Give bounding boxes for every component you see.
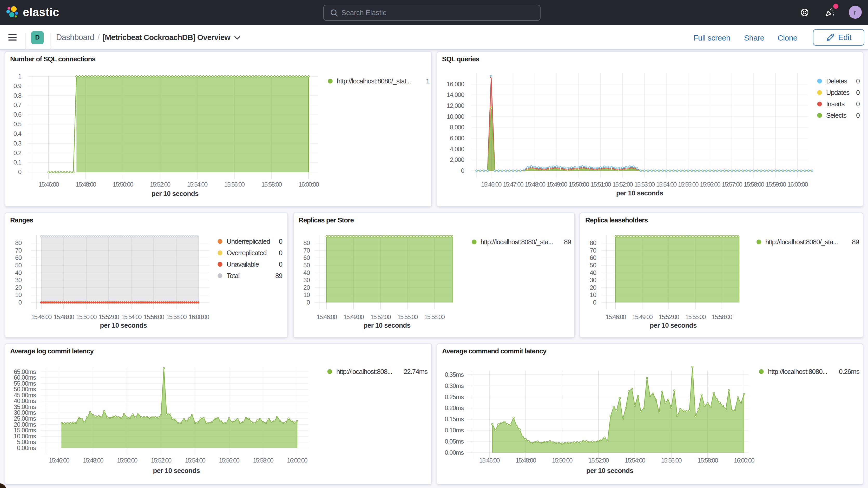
svg-text:0.25ms: 0.25ms [444, 393, 464, 400]
svg-text:15:46:00: 15:46:00 [49, 457, 69, 464]
svg-text:15:48:00: 15:48:00 [515, 457, 536, 464]
svg-text:0.8: 0.8 [13, 92, 21, 99]
svg-text:20: 20 [590, 284, 596, 291]
svg-text:15:56:00: 15:56:00 [219, 457, 239, 464]
svg-text:per 10 seconds: per 10 seconds [151, 190, 198, 197]
svg-text:0.00ms: 0.00ms [444, 449, 464, 456]
svg-text:15:52:00: 15:52:00 [659, 313, 679, 321]
svg-text:15:58:00: 15:58:00 [697, 457, 718, 464]
svg-text:0.1: 0.1 [13, 159, 21, 166]
svg-text:0: 0 [18, 169, 21, 175]
svg-text:15:52:00: 15:52:00 [151, 457, 171, 464]
svg-text:15:54:00: 15:54:00 [121, 313, 142, 321]
svg-text:0.2: 0.2 [13, 149, 21, 156]
svg-text:50: 50 [303, 262, 310, 269]
svg-text:Overreplicated: Overreplicated [226, 249, 267, 257]
svg-text:70: 70 [303, 247, 310, 254]
svg-text:Underreplicated: Underreplicated [226, 238, 270, 245]
svg-text:15:50:00: 15:50:00 [76, 313, 96, 321]
svg-text:15:46:00: 15:46:00 [38, 181, 59, 188]
svg-text:15:50:00: 15:50:00 [568, 181, 589, 188]
svg-text:89: 89 [564, 238, 571, 246]
svg-text:15:46:00: 15:46:00 [316, 313, 337, 321]
svg-text:0: 0 [856, 100, 860, 108]
svg-text:15:50:00: 15:50:00 [117, 457, 137, 464]
svg-text:15:58:00: 15:58:00 [424, 313, 444, 321]
svg-text:0.10ms: 0.10ms [444, 427, 464, 434]
svg-text:15:51:00: 15:51:00 [590, 181, 611, 188]
svg-text:0: 0 [18, 299, 22, 306]
svg-text:0.6: 0.6 [13, 111, 21, 118]
svg-text:0.35ms: 0.35ms [444, 371, 464, 378]
svg-text:30: 30 [590, 276, 596, 283]
svg-text:10: 10 [15, 291, 21, 298]
svg-text:20: 20 [303, 284, 310, 291]
svg-text:15:46:00: 15:46:00 [31, 313, 52, 321]
svg-text:15:54:00: 15:54:00 [656, 181, 677, 188]
svg-text:15:56:00: 15:56:00 [700, 181, 720, 188]
svg-text:per 10 seconds: per 10 seconds [616, 189, 663, 197]
svg-text:15:49:00: 15:49:00 [547, 181, 567, 188]
svg-text:89: 89 [852, 238, 859, 246]
svg-text:Updates: Updates [826, 89, 849, 96]
svg-text:40: 40 [303, 269, 310, 276]
svg-text:30: 30 [303, 276, 310, 283]
svg-text:89: 89 [275, 272, 282, 280]
svg-text:10: 10 [590, 291, 596, 298]
svg-text:65.00ms: 65.00ms [13, 368, 36, 375]
svg-text:0: 0 [856, 89, 860, 96]
svg-text:10: 10 [303, 291, 310, 298]
svg-text:4,000: 4,000 [450, 146, 464, 153]
svg-text:50: 50 [15, 262, 21, 269]
svg-text:per 10 seconds: per 10 seconds [363, 322, 410, 329]
svg-text:15:59:00: 15:59:00 [765, 181, 786, 188]
svg-text:Selects: Selects [826, 112, 846, 119]
svg-text:per 10 seconds: per 10 seconds [100, 322, 147, 329]
svg-text:15:49:00: 15:49:00 [343, 313, 364, 321]
svg-text:16:00:00: 16:00:00 [287, 457, 307, 464]
svg-text:15:48:00: 15:48:00 [53, 313, 74, 321]
svg-text:80: 80 [590, 239, 596, 246]
svg-text:0.26ms: 0.26ms [839, 368, 860, 375]
svg-text:15:55:00: 15:55:00 [685, 313, 706, 321]
svg-text:0.5: 0.5 [13, 121, 21, 128]
svg-text:http://localhost:8080...: http://localhost:8080... [768, 368, 827, 375]
svg-text:0: 0 [279, 261, 282, 268]
svg-text:http://localhost:808...: http://localhost:808... [336, 368, 392, 375]
svg-text:60: 60 [15, 254, 21, 261]
svg-text:15:50:00: 15:50:00 [552, 457, 572, 464]
svg-text:0: 0 [279, 249, 282, 257]
svg-text:70: 70 [590, 247, 596, 254]
svg-text:15:54:00: 15:54:00 [185, 457, 205, 464]
svg-text:15:52:00: 15:52:00 [370, 313, 391, 321]
svg-text:2,000: 2,000 [450, 156, 464, 163]
svg-text:60: 60 [590, 254, 596, 261]
svg-text:Unavailable: Unavailable [226, 261, 258, 268]
svg-text:30: 30 [15, 276, 21, 283]
svg-text:70: 70 [15, 247, 21, 254]
svg-text:20: 20 [15, 284, 21, 291]
svg-text:15:46:00: 15:46:00 [606, 313, 626, 321]
svg-text:15:54:00: 15:54:00 [624, 457, 645, 464]
svg-text:15:46:00: 15:46:00 [479, 457, 499, 464]
svg-text:0: 0 [593, 299, 596, 306]
svg-text:http://localhost:8080/_stat...: http://localhost:8080/_stat... [337, 77, 411, 85]
svg-text:1: 1 [18, 73, 21, 80]
svg-text:16:00:00: 16:00:00 [734, 457, 754, 464]
svg-text:Inserts: Inserts [826, 100, 844, 108]
svg-text:0.4: 0.4 [13, 130, 21, 137]
svg-text:40: 40 [15, 269, 21, 276]
svg-text:8,000: 8,000 [450, 124, 464, 131]
svg-text:Total: Total [226, 272, 239, 280]
svg-text:12,000: 12,000 [446, 102, 464, 109]
svg-text:15:56:00: 15:56:00 [661, 457, 681, 464]
svg-text:0.30ms: 0.30ms [444, 382, 464, 389]
svg-text:80: 80 [303, 239, 310, 246]
svg-text:15:48:00: 15:48:00 [75, 181, 96, 188]
svg-text:http://localhost:8080/_sta...: http://localhost:8080/_sta... [765, 238, 838, 246]
svg-text:per 10 seconds: per 10 seconds [586, 467, 633, 475]
svg-text:per 10 seconds: per 10 seconds [153, 467, 200, 475]
svg-text:50: 50 [590, 262, 596, 269]
svg-text:1: 1 [426, 77, 429, 85]
svg-text:0.05ms: 0.05ms [444, 438, 464, 445]
